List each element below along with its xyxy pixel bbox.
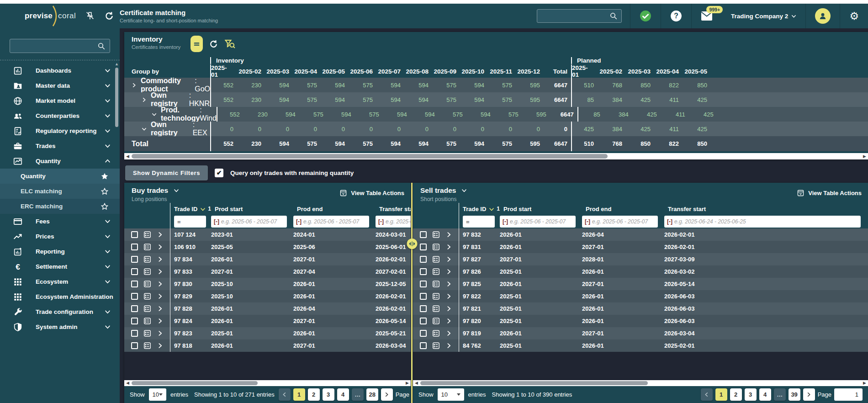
sidebar-search-input[interactable]: [14, 42, 97, 49]
row-expand-icon[interactable]: [157, 232, 163, 238]
trade-id-filter-input[interactable]: [463, 216, 495, 228]
scroll-left-icon[interactable]: ◀: [415, 381, 418, 386]
row-details-icon[interactable]: [432, 280, 440, 288]
row-details-icon[interactable]: [432, 317, 440, 325]
row-expand-icon[interactable]: [446, 281, 452, 287]
filter-search-icon[interactable]: [224, 38, 235, 49]
table-row[interactable]: 97 8202025-012026-012026-06-03: [413, 315, 868, 327]
table-row[interactable]: 84 7622025-012026-012025-02-01: [413, 339, 868, 352]
row-details-icon[interactable]: [143, 280, 152, 288]
table-row[interactable]: 97 8342026-012027-012026-02-01: [124, 253, 411, 265]
sidebar-item-quantity[interactable]: Quantity: [0, 154, 120, 169]
row-details-icon[interactable]: [143, 267, 152, 276]
inventory-row[interactable]: Own registry : EEX0000000000000425384425…: [124, 122, 868, 136]
row-expand-icon[interactable]: [446, 306, 452, 312]
trade-id-filter-input[interactable]: [174, 216, 206, 228]
chevron-right-icon[interactable]: [132, 83, 137, 88]
view-table-actions-button[interactable]: View Table Actions: [339, 189, 404, 197]
resize-handle[interactable]: [407, 239, 417, 249]
scroll-left-icon[interactable]: ◀: [126, 154, 129, 159]
user-avatar[interactable]: [815, 8, 831, 24]
row-checkbox[interactable]: [131, 342, 138, 349]
page-button-39[interactable]: 39: [789, 388, 800, 401]
chevron-down-icon[interactable]: [142, 127, 147, 132]
row-expand-icon[interactable]: [446, 269, 452, 275]
scrollbar-thumb[interactable]: [420, 381, 648, 385]
prod-end-filter-input[interactable]: [-]: [293, 216, 369, 228]
row-details-icon[interactable]: [143, 341, 152, 350]
table-row[interactable]: 97 8322026-012026-042026-02-01: [413, 228, 868, 241]
row-details-icon[interactable]: [143, 230, 152, 239]
table-row[interactable]: 97 8212025-012026-012026-06-03: [413, 302, 868, 315]
row-details-icon[interactable]: [143, 317, 152, 325]
sidebar-item-master-data[interactable]: Master data: [0, 78, 120, 93]
page-button-28[interactable]: 28: [366, 388, 378, 401]
date-range-input[interactable]: [674, 218, 858, 225]
row-expand-icon[interactable]: [446, 244, 452, 250]
row-details-icon[interactable]: [432, 304, 440, 313]
inventory-row[interactable]: Commodity product : GoO55223059457559457…: [124, 78, 868, 92]
date-range-input[interactable]: [510, 218, 573, 225]
table-row[interactable]: 97 8232025-012026-012025-05-21: [124, 327, 411, 339]
date-range-input[interactable]: [386, 218, 411, 225]
global-search-input[interactable]: [541, 13, 609, 20]
pin-off-icon[interactable]: [85, 11, 95, 21]
sidebar-item-trades[interactable]: Trades: [0, 138, 120, 154]
row-checkbox[interactable]: [420, 281, 427, 287]
refresh-icon[interactable]: [209, 39, 218, 49]
sidebar-item-ecosystem[interactable]: Ecosystem: [0, 274, 120, 289]
sidebar-subitem-elc-matching[interactable]: ELC matching: [0, 184, 120, 199]
sidebar-search[interactable]: [10, 39, 110, 53]
sort-desc-icon[interactable]: [200, 207, 206, 212]
row-checkbox[interactable]: [420, 342, 427, 349]
row-checkbox[interactable]: [420, 256, 427, 263]
chevron-down-icon[interactable]: [174, 188, 179, 193]
row-expand-icon[interactable]: [446, 318, 452, 324]
table-row[interactable]: 106 9102025-052025-062025-06-01: [124, 241, 411, 253]
prod-start-filter-input[interactable]: [-]: [211, 216, 287, 228]
table-row[interactable]: 97 8302025-102026-012025-12-05: [124, 278, 411, 290]
table-row[interactable]: 97 8252026-012027-012026-05-14: [413, 278, 868, 290]
transfer-start-filter-input[interactable]: [-]: [664, 216, 861, 228]
table-row[interactable]: 97 8242026-012027-012026-05-14: [124, 315, 411, 327]
show-dynamic-filters-button[interactable]: Show Dynamic Filters: [125, 165, 208, 180]
sidebar-item-settlement[interactable]: €Settlement: [0, 259, 120, 274]
row-expand-icon[interactable]: [446, 256, 452, 262]
row-details-icon[interactable]: [432, 255, 440, 264]
row-details-icon[interactable]: [143, 255, 152, 264]
table-row[interactable]: 97 8182026-012027-012026-03-04: [124, 339, 411, 352]
page-button-4[interactable]: 4: [337, 388, 349, 401]
sidebar-item-fees[interactable]: Fees: [0, 214, 120, 229]
row-checkbox[interactable]: [420, 330, 427, 337]
row-details-icon[interactable]: [432, 243, 440, 251]
row-details-icon[interactable]: [143, 304, 152, 313]
company-selector[interactable]: Trading Company 2: [722, 4, 805, 28]
row-checkbox[interactable]: [131, 281, 138, 287]
next-page-button[interactable]: [803, 388, 815, 401]
row-checkbox[interactable]: [131, 256, 138, 263]
row-details-icon[interactable]: [432, 329, 440, 338]
table-row[interactable]: 97 8312026-012027-012026-02-01: [413, 241, 868, 253]
date-range-input[interactable]: [592, 218, 655, 225]
sidebar-item-prices[interactable]: Prices: [0, 229, 120, 244]
page-button-2[interactable]: 2: [308, 388, 320, 401]
row-details-icon[interactable]: [432, 292, 440, 301]
sidebar-item-market-model[interactable]: Market model: [0, 93, 120, 108]
table-row[interactable]: 97 8272027-012028-012027-03-09: [413, 253, 868, 265]
global-search[interactable]: [537, 9, 622, 23]
table-row[interactable]: 97 8222025-012026-012026-06-03: [413, 290, 868, 302]
app-logo[interactable]: previse coral: [25, 5, 76, 27]
inventory-menu-button[interactable]: [191, 36, 203, 52]
sidebar-item-counterparties[interactable]: Counterparties: [0, 108, 120, 123]
sidebar-scrollbar[interactable]: [115, 68, 118, 127]
table-row[interactable]: 97 8282026-012026-042026-02-01: [124, 302, 411, 315]
date-range-input[interactable]: [221, 218, 284, 225]
row-checkbox[interactable]: [420, 305, 427, 312]
row-details-icon[interactable]: [143, 329, 152, 338]
row-expand-icon[interactable]: [157, 330, 163, 336]
row-details-icon[interactable]: [432, 230, 440, 239]
row-expand-icon[interactable]: [157, 281, 163, 287]
table-row[interactable]: 97 8292025-102026-012026-02-01: [124, 290, 411, 302]
row-details-icon[interactable]: [432, 341, 440, 350]
row-checkbox[interactable]: [131, 293, 138, 300]
